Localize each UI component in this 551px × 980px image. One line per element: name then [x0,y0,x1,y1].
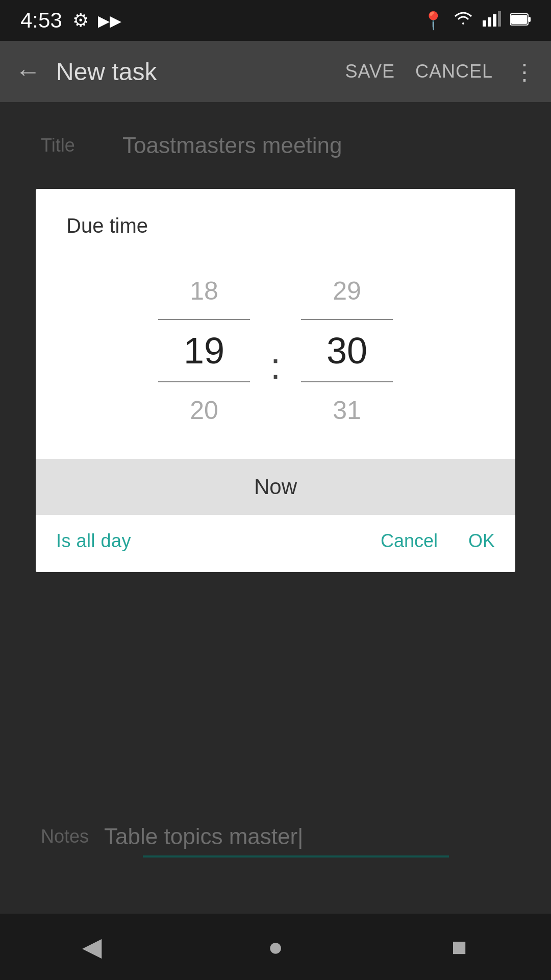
hour-separator-bottom [158,381,250,382]
more-options-button[interactable]: ⋮ [513,59,536,85]
svg-rect-0 [483,20,486,27]
app-bar-actions: SAVE CANCEL ⋮ [345,59,536,85]
minute-below: 31 [333,387,361,433]
status-icons: ⚙ ▶▶ [72,10,121,31]
svg-rect-6 [511,15,527,24]
settings-icon: ⚙ [72,10,89,31]
dialog-content: Due time 18 19 20 : 29 30 31 [36,189,515,454]
svg-rect-5 [529,17,531,22]
navigation-bar: ◀ ● ■ [0,914,551,980]
status-left: 4:53 ⚙ ▶▶ [20,8,121,33]
save-button[interactable]: SAVE [345,61,395,82]
hour-separator-top [158,319,250,320]
status-right: 📍 [422,10,531,31]
page-title: New task [56,58,330,86]
dialog-actions: Is all day Cancel OK [36,515,515,572]
cast-icon: ▶▶ [98,12,121,30]
dialog-title: Due time [66,214,485,237]
minute-separator-top [301,319,393,320]
location-icon: 📍 [422,10,444,31]
minute-current: 30 [327,325,367,376]
is-all-day-button[interactable]: Is all day [56,530,131,552]
time-colon: : [270,314,281,387]
status-bar: 4:53 ⚙ ▶▶ 📍 [0,0,551,41]
minute-separator-bottom [301,381,393,382]
svg-rect-2 [493,14,496,27]
nav-home-button[interactable]: ● [250,921,301,972]
dialog-ok-button[interactable]: OK [468,530,495,552]
nav-recent-button[interactable]: ■ [434,921,485,972]
hour-column[interactable]: 18 19 20 [143,268,265,433]
cancel-button[interactable]: CANCEL [415,61,493,82]
hour-above: 18 [190,268,218,314]
app-bar: ← New task SAVE CANCEL ⋮ [0,41,551,102]
nav-back-button[interactable]: ◀ [66,921,117,972]
status-time: 4:53 [20,8,62,33]
now-button[interactable]: Now [36,459,515,515]
minute-column[interactable]: 29 30 31 [286,268,408,433]
battery-icon [510,11,531,31]
minute-above: 29 [333,268,361,314]
svg-rect-1 [488,17,491,27]
wifi-icon [453,10,473,31]
time-picker: 18 19 20 : 29 30 31 [66,258,485,454]
dialog-cancel-button[interactable]: Cancel [381,530,438,552]
svg-rect-3 [498,11,501,27]
back-button[interactable]: ← [15,57,41,86]
hour-below: 20 [190,387,218,433]
hour-current: 19 [184,325,224,376]
dialog-right-buttons: Cancel OK [381,530,495,552]
due-time-dialog: Due time 18 19 20 : 29 30 31 Now [36,189,515,572]
signal-icon [483,10,501,31]
